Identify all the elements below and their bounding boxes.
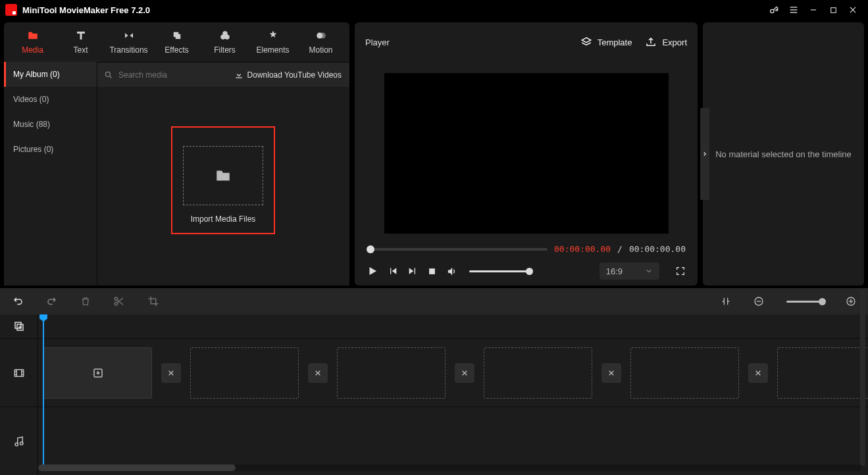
zoom-in-button[interactable] xyxy=(846,296,856,307)
tab-media-label: Media xyxy=(22,45,43,55)
upper-panels: Media Text Transitions Effects Filters E… xyxy=(0,20,868,286)
scrubber[interactable] xyxy=(367,248,548,251)
svg-point-0 xyxy=(771,9,774,12)
redo-button[interactable] xyxy=(46,295,58,307)
svg-line-16 xyxy=(110,76,112,78)
clip-slot[interactable] xyxy=(484,347,592,399)
stop-button[interactable] xyxy=(427,266,437,276)
playhead[interactable] xyxy=(43,314,44,464)
tab-motion-label: Motion xyxy=(309,45,332,55)
svg-point-37 xyxy=(15,443,18,446)
video-track-body[interactable] xyxy=(38,339,868,407)
svg-point-14 xyxy=(319,33,325,39)
tab-transitions[interactable]: Transitions xyxy=(105,23,152,61)
prev-frame-button[interactable] xyxy=(388,266,398,276)
next-frame-button[interactable] xyxy=(407,266,418,276)
import-media-button[interactable]: Import Media Files xyxy=(171,126,275,234)
window-title: MiniTool MovieMaker Free 7.2.0 xyxy=(22,5,150,15)
transition-slot[interactable] xyxy=(748,363,768,383)
chevron-down-icon xyxy=(645,267,653,275)
titlebar: MiniTool MovieMaker Free 7.2.0 xyxy=(0,0,868,20)
media-grid: Import Media Files xyxy=(97,87,349,286)
split-button[interactable] xyxy=(113,295,125,307)
module-tabs: Media Text Transitions Effects Filters E… xyxy=(4,22,349,62)
export-icon xyxy=(645,36,657,48)
zoom-slider[interactable] xyxy=(786,301,823,303)
inspector-empty-text: No material selected on the timeline xyxy=(715,149,852,159)
download-youtube-button[interactable]: Download YouTube Videos xyxy=(226,63,349,87)
time-ruler[interactable] xyxy=(38,314,868,338)
inspector-panel: No material selected on the timeline xyxy=(703,22,864,286)
sidebar-item-music[interactable]: Music (88) xyxy=(4,112,97,137)
close-button[interactable] xyxy=(843,0,863,20)
timeline-hscroll[interactable] xyxy=(38,464,861,471)
zoom-out-button[interactable] xyxy=(753,296,764,307)
vertical-scrollbar[interactable] xyxy=(860,289,865,466)
template-icon xyxy=(580,36,592,48)
transition-slot[interactable] xyxy=(455,363,474,383)
undo-button[interactable] xyxy=(12,295,24,307)
maximize-button[interactable] xyxy=(823,0,843,20)
hamburger-menu-icon[interactable] xyxy=(784,0,804,20)
clip-slot[interactable] xyxy=(630,347,739,399)
svg-point-15 xyxy=(105,72,110,76)
transition-slot[interactable] xyxy=(601,363,621,383)
tab-effects-label: Effects xyxy=(165,45,188,55)
video-surface[interactable] xyxy=(384,73,669,234)
aspect-ratio-select[interactable]: 16:9 xyxy=(600,262,659,280)
hscroll-thumb[interactable] xyxy=(38,464,236,471)
tab-filters[interactable]: Filters xyxy=(201,23,248,61)
crop-button[interactable] xyxy=(147,295,159,307)
template-button[interactable]: Template xyxy=(580,36,632,48)
transition-slot[interactable] xyxy=(161,363,181,383)
tab-elements-label: Elements xyxy=(256,45,289,55)
tab-media[interactable]: Media xyxy=(9,23,56,61)
media-categories: My Album (0) Videos (0) Music (88) Pictu… xyxy=(4,62,97,286)
play-button[interactable] xyxy=(367,265,378,277)
media-body: My Album (0) Videos (0) Music (88) Pictu… xyxy=(4,62,349,286)
download-arrow-icon xyxy=(92,367,104,379)
export-button[interactable]: Export xyxy=(645,36,687,48)
chevron-right-icon xyxy=(702,151,708,157)
sidebar-item-pictures[interactable]: Pictures (0) xyxy=(4,137,97,162)
sidebar-item-myalbum[interactable]: My Album (0) xyxy=(4,62,97,87)
audio-track-icon xyxy=(0,407,38,475)
clip-slot[interactable] xyxy=(43,347,152,399)
minimize-button[interactable] xyxy=(804,0,823,20)
import-dropzone xyxy=(183,146,263,205)
search-input[interactable] xyxy=(118,70,220,80)
media-toolbar: Download YouTube Videos xyxy=(97,62,349,87)
timeline-toolbar xyxy=(0,288,868,314)
svg-rect-29 xyxy=(14,369,24,376)
clip-slot[interactable] xyxy=(777,347,868,399)
fullscreen-button[interactable] xyxy=(675,266,686,276)
auto-fit-button[interactable] xyxy=(721,296,731,307)
delete-button[interactable] xyxy=(80,295,91,307)
tab-elements[interactable]: Elements xyxy=(249,23,296,61)
library-panel: Media Text Transitions Effects Filters E… xyxy=(4,22,349,286)
clip-slot[interactable] xyxy=(190,347,299,399)
collapse-inspector-button[interactable] xyxy=(700,108,709,200)
svg-point-38 xyxy=(20,441,23,445)
add-track-button[interactable] xyxy=(0,314,38,338)
tab-filters-label: Filters xyxy=(214,45,236,55)
search-wrap xyxy=(97,63,226,87)
tab-motion[interactable]: Motion xyxy=(297,23,344,61)
tab-effects[interactable]: Effects xyxy=(153,23,200,61)
add-track-icon xyxy=(13,320,25,332)
player-controls: 16:9 xyxy=(355,257,698,286)
sidebar-item-videos[interactable]: Videos (0) xyxy=(4,87,97,112)
license-key-icon[interactable] xyxy=(764,0,784,20)
svg-rect-9 xyxy=(175,34,180,39)
svg-rect-17 xyxy=(429,268,435,274)
video-track xyxy=(0,338,868,407)
player-panel: Player Template Export 00:00:00.00 / 00:… xyxy=(355,22,698,286)
volume-button[interactable] xyxy=(446,266,457,277)
scrub-row: 00:00:00.00 / 00:00:00.00 xyxy=(355,238,698,257)
volume-slider[interactable] xyxy=(469,270,530,272)
transition-slot[interactable] xyxy=(308,363,328,383)
clip-slot[interactable] xyxy=(337,347,446,399)
time-total: 00:00:00.00 xyxy=(629,244,686,254)
tab-text-label: Text xyxy=(73,45,88,55)
tab-text[interactable]: Text xyxy=(57,23,104,61)
